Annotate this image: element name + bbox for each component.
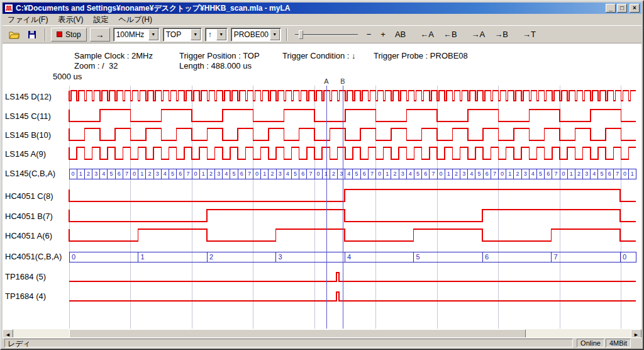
statusbar: レディ Online 4MBit	[3, 337, 641, 347]
bus-value: 3	[217, 171, 220, 177]
time-scale-label: 5000 us	[53, 72, 82, 81]
bus-value: 4	[592, 171, 596, 177]
bus-value: 7	[554, 171, 557, 177]
minimize-button[interactable]: _	[606, 4, 616, 13]
zoom-out-button[interactable]: −	[364, 28, 375, 41]
trigger-edge-select[interactable]: ↑ ▼	[205, 28, 228, 42]
chevron-down-icon[interactable]: ▼	[148, 29, 158, 40]
trigger-position-info: Trigger Position : TOP	[179, 51, 260, 60]
bus-value: 2	[270, 171, 274, 177]
trigger-edge-value: ↑	[206, 30, 216, 39]
bus-value: 3	[94, 171, 97, 177]
waveform-trace	[69, 210, 636, 222]
bus-value: 0	[440, 171, 443, 177]
app-icon[interactable]	[4, 4, 13, 13]
status-message: レディ	[4, 339, 573, 347]
bus-cell	[138, 252, 208, 262]
bus-value: 4	[286, 171, 289, 177]
zoom-slider-thumb[interactable]	[299, 30, 303, 39]
set-marker-b-button[interactable]: →B	[491, 28, 511, 41]
close-button[interactable]: ×	[630, 4, 640, 13]
trigger-probe-info: Trigger Probe : PROBE08	[374, 51, 468, 60]
bus-value: 6	[301, 171, 304, 177]
bus-value: 7	[554, 253, 558, 261]
bus-value: 7	[125, 171, 128, 177]
menu-help[interactable]: ヘルプ(H)	[113, 14, 157, 26]
bus-value: 6	[240, 171, 243, 177]
goto-marker-b-button[interactable]: ←B	[440, 28, 460, 41]
bus-value: 7	[370, 171, 374, 177]
bus-value: 4	[164, 171, 167, 177]
stop-label: Stop	[65, 30, 81, 39]
marker-label: B	[340, 77, 345, 85]
goto-trigger-button[interactable]: →T	[519, 28, 539, 41]
bus-value: 0	[501, 171, 504, 177]
bus-value: 2	[455, 171, 458, 177]
toolbar-separator	[286, 28, 287, 41]
bus-value: 6	[424, 171, 427, 177]
chevron-down-icon[interactable]: ▼	[191, 29, 201, 40]
run-arrow-icon: →	[96, 30, 104, 40]
bus-value: 3	[524, 171, 527, 177]
bus-value: 5	[601, 171, 604, 177]
clock-select[interactable]: 100MHz ▼	[113, 28, 160, 42]
bus-value: 2	[332, 171, 335, 177]
run-button[interactable]: →	[90, 28, 110, 42]
menu-file[interactable]: ファイル(F)	[3, 14, 53, 26]
bus-value: 3	[279, 253, 282, 261]
bus-value: 6	[608, 171, 611, 177]
bus-value: 7	[493, 171, 496, 177]
ab-span-button[interactable]: AB	[392, 28, 409, 41]
bus-value: 2	[209, 253, 213, 261]
waveform-trace	[69, 147, 636, 159]
bus-value: 2	[577, 171, 580, 177]
bus-value: 5	[416, 253, 420, 261]
bus-value: 3	[156, 171, 159, 177]
bus-value: 7	[431, 171, 435, 177]
trigger-position-select[interactable]: TOP ▼	[163, 28, 202, 42]
goto-marker-a-button[interactable]: ←A	[417, 28, 437, 41]
waveform-trace	[69, 273, 636, 281]
bus-cell	[552, 252, 621, 262]
bus-value: 5	[171, 171, 174, 177]
stop-button[interactable]: Stop	[51, 28, 87, 42]
bus-value: 4	[225, 171, 228, 177]
menu-view[interactable]: 表示(V)	[53, 14, 88, 26]
status-memory: 4MBit	[606, 339, 631, 347]
probe-select-value: PROBE00	[231, 30, 270, 39]
bus-cell	[482, 252, 552, 262]
bus-value: 3	[401, 171, 404, 177]
bus-value: 1	[508, 171, 511, 177]
titlebar[interactable]: C:¥Documents and Settings¥noname¥デスクトップ¥…	[3, 3, 641, 14]
bus-value: 0	[72, 171, 75, 177]
maximize-button[interactable]: □	[617, 4, 627, 13]
probe-select[interactable]: PROBE00 ▼	[231, 28, 281, 42]
bus-value: 3	[585, 171, 588, 177]
bus-value: 4	[102, 171, 105, 177]
zoom-in-button[interactable]: +	[377, 28, 389, 41]
waveform-trace	[69, 110, 636, 121]
chevron-down-icon[interactable]: ▼	[216, 29, 226, 40]
sample-clock-info: Sample Clock : 2MHz	[74, 51, 153, 60]
bus-value: 0	[72, 253, 75, 261]
zoom-slider[interactable]	[295, 28, 358, 41]
bus-value: 1	[325, 171, 328, 177]
bus-value: 0	[317, 171, 320, 177]
bus-value: 7	[186, 171, 189, 177]
bus-value: 5	[294, 171, 297, 177]
waveform-trace	[69, 128, 636, 140]
bus-value: 5	[539, 171, 542, 177]
floppy-disk-icon	[28, 30, 36, 39]
chevron-down-icon[interactable]: ▼	[270, 29, 280, 40]
menu-settings[interactable]: 設定	[88, 14, 113, 26]
open-button[interactable]	[6, 28, 21, 42]
bus-cell	[414, 252, 483, 262]
set-marker-a-button[interactable]: →A	[469, 28, 489, 41]
bus-value: 6	[179, 171, 182, 177]
bus-value: 3	[279, 171, 282, 177]
save-button[interactable]	[25, 28, 40, 42]
toolbar-separator	[45, 28, 46, 41]
bus-value: 3	[462, 171, 465, 177]
bus-value: 2	[209, 171, 213, 177]
bus-value: 6	[486, 171, 489, 177]
